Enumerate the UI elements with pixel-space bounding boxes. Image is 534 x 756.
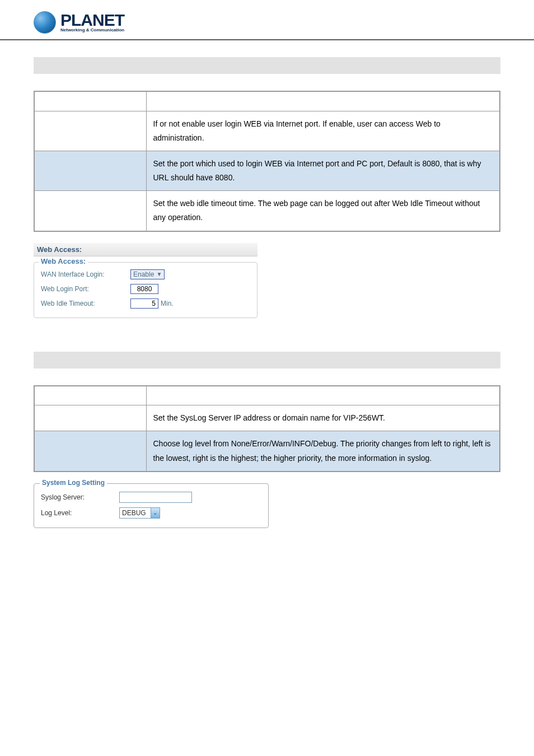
wan-interface-label: WAN Interface Login: (41, 270, 130, 278)
page-content: If or not enable user login WEB via Inte… (0, 40, 534, 556)
table-header-field (34, 386, 146, 405)
web-access-shot-header: Web Access: (34, 243, 257, 256)
syslog-server-row: Syslog Server: (34, 489, 268, 505)
section-bar-syslog (34, 352, 500, 368)
web-idle-timeout-input[interactable] (130, 298, 158, 309)
web-access-screenshot: Web Access: Web Access: WAN Interface Lo… (34, 243, 257, 318)
row-desc: Set the port which used to login WEB via… (146, 151, 500, 190)
chevron-down-icon: ▼ (156, 271, 162, 277)
page-header: PLANET Networking & Communication (0, 0, 534, 40)
table-header-field (34, 91, 146, 111)
row-desc: Set the web idle timeout time. The web p… (146, 191, 500, 231)
section-bar-web-access (34, 57, 500, 74)
wan-interface-value: Enable (133, 270, 154, 278)
table-row: Choose log level from None/Error/Warn/IN… (34, 431, 500, 472)
table-header-desc (146, 386, 500, 405)
syslog-server-input[interactable] (119, 492, 192, 503)
row-desc: If or not enable user login WEB via Inte… (146, 111, 500, 151)
row-desc: Choose log level from None/Error/Warn/IN… (146, 431, 500, 472)
syslog-fieldset: System Log Setting Syslog Server: Log Le… (34, 483, 269, 528)
row-label (34, 431, 146, 472)
web-idle-timeout-row: Web Idle Timeout: Min. (34, 296, 257, 311)
table-header-desc (146, 91, 500, 111)
log-level-row: Log Level: DEBUG ⌄ (34, 505, 268, 521)
syslog-legend: System Log Setting (40, 479, 107, 487)
logo-globe-icon (34, 11, 56, 34)
web-access-legend: Web Access: (39, 257, 88, 265)
logo: PLANET Networking & Communication (34, 11, 534, 34)
row-label (34, 405, 146, 431)
web-login-port-label: Web Login Port: (41, 285, 130, 293)
table-row: Set the web idle timeout time. The web p… (34, 191, 500, 231)
row-label (34, 111, 146, 151)
web-login-port-row: Web Login Port: (34, 282, 257, 296)
syslog-screenshot: System Log Setting Syslog Server: Log Le… (34, 483, 269, 528)
row-label (34, 191, 146, 231)
web-idle-timeout-label: Web Idle Timeout: (41, 300, 130, 307)
web-idle-timeout-unit: Min. (161, 300, 174, 307)
table-row: Set the SysLog Server IP address or doma… (34, 405, 500, 431)
log-level-label: Log Level: (41, 509, 119, 517)
row-label (34, 151, 146, 190)
logo-brand: PLANET (60, 12, 124, 27)
web-login-port-input[interactable] (130, 284, 158, 294)
logo-tagline: Networking & Communication (60, 27, 124, 32)
table-row: If or not enable user login WEB via Inte… (34, 111, 500, 151)
web-access-fieldset: Web Access: WAN Interface Login: Enable … (34, 262, 257, 318)
row-desc: Set the SysLog Server IP address or doma… (146, 405, 500, 431)
log-level-value: DEBUG (122, 509, 146, 517)
table-row: Set the port which used to login WEB via… (34, 151, 500, 190)
wan-interface-select[interactable]: Enable ▼ (130, 269, 165, 279)
log-level-select[interactable]: DEBUG ⌄ (119, 507, 160, 519)
syslog-server-label: Syslog Server: (41, 493, 119, 501)
web-access-description-table: If or not enable user login WEB via Inte… (34, 91, 500, 232)
chevron-down-icon: ⌄ (151, 508, 160, 518)
logo-text: PLANET Networking & Communication (60, 12, 124, 32)
syslog-description-table: Set the SysLog Server IP address or doma… (34, 385, 500, 472)
wan-interface-row: WAN Interface Login: Enable ▼ (34, 267, 257, 282)
